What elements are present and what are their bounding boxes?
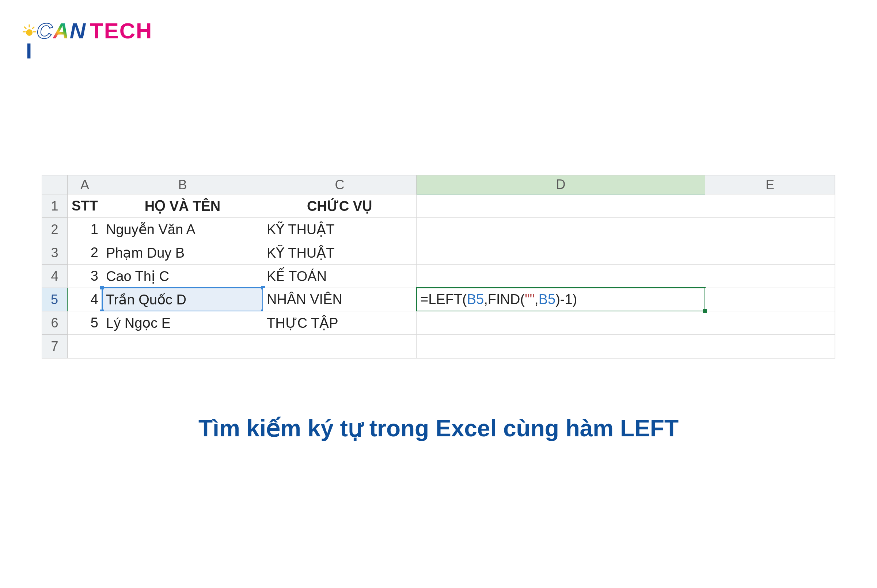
cell[interactable] [417,218,705,241]
caption-title: Tìm kiếm ký tự trong Excel cùng hàm LEFT [0,415,877,442]
header-role[interactable]: CHỨC VỤ [263,194,417,218]
row-header[interactable]: 7 [42,335,67,358]
active-formula-cell[interactable]: =LEFT(B5,FIND("",B5)-1) [417,288,705,311]
cell-text: Trần Quốc D [106,292,186,308]
cell-name[interactable]: Cao Thị C [102,265,263,288]
range-handle[interactable] [100,286,104,290]
cell[interactable] [705,194,835,218]
cell[interactable] [417,335,705,358]
col-header-a[interactable]: A [67,176,102,194]
cell-stt[interactable]: 1 [67,218,102,241]
row-header[interactable]: 1 [42,194,67,218]
cell-name-referenced[interactable]: Trần Quốc D [102,288,263,311]
cell[interactable] [417,241,705,265]
spreadsheet: A B C D E 1 STT HỌ VÀ TÊN CHỨC VỤ 2 1 Ng… [42,176,835,358]
cell[interactable] [705,335,835,358]
cell[interactable] [705,241,835,265]
cell-role[interactable]: THỰC TẬP [263,311,417,335]
cell-stt[interactable]: 4 [67,288,102,311]
col-header-e[interactable]: E [705,176,835,194]
cell-stt[interactable]: 5 [67,311,102,335]
cell-name[interactable]: Nguyễn Văn A [102,218,263,241]
formula-text: =LEFT(B5,FIND("",B5)-1) [420,292,577,308]
cell[interactable] [705,288,835,311]
fill-handle[interactable] [703,309,707,313]
cell[interactable] [417,311,705,335]
cell-stt[interactable]: 2 [67,241,102,265]
cell[interactable] [705,218,835,241]
col-header-b[interactable]: B [102,176,263,194]
cell-name[interactable]: Phạm Duy B [102,241,263,265]
cell[interactable] [67,335,102,358]
select-all-corner[interactable] [42,176,67,194]
row-header[interactable]: 2 [42,218,67,241]
cell[interactable] [705,311,835,335]
col-header-d[interactable]: D [417,176,705,194]
logo-letter: C [36,19,53,43]
cell[interactable] [417,265,705,288]
col-header-c[interactable]: C [263,176,417,194]
lightbulb-icon [22,24,36,38]
svg-point-5 [26,29,33,36]
cell-role[interactable]: KỸ THUẬT [263,218,417,241]
cell-role[interactable]: KỸ THUẬT [263,241,417,265]
cell[interactable] [705,265,835,288]
row-header[interactable]: 3 [42,241,67,265]
row-header[interactable]: 5 [42,288,67,311]
cell[interactable] [417,194,705,218]
header-stt[interactable]: STT [67,194,102,218]
cell[interactable] [102,335,263,358]
logo-word: TECH [90,19,152,43]
cell-role[interactable]: NHÂN VIÊN [263,288,417,311]
svg-line-2 [32,27,34,29]
cell-role[interactable]: KẾ TOÁN [263,265,417,288]
logo-letter: N [70,19,86,43]
logo-letter: A [53,19,69,43]
brand-logo: I CANTECH [22,18,152,64]
header-name[interactable]: HỌ VÀ TÊN [102,194,263,218]
cell[interactable] [263,335,417,358]
row-header[interactable]: 4 [42,265,67,288]
cell-stt[interactable]: 3 [67,265,102,288]
svg-line-1 [24,27,26,29]
cell-name[interactable]: Lý Ngọc E [102,311,263,335]
row-header[interactable]: 6 [42,311,67,335]
